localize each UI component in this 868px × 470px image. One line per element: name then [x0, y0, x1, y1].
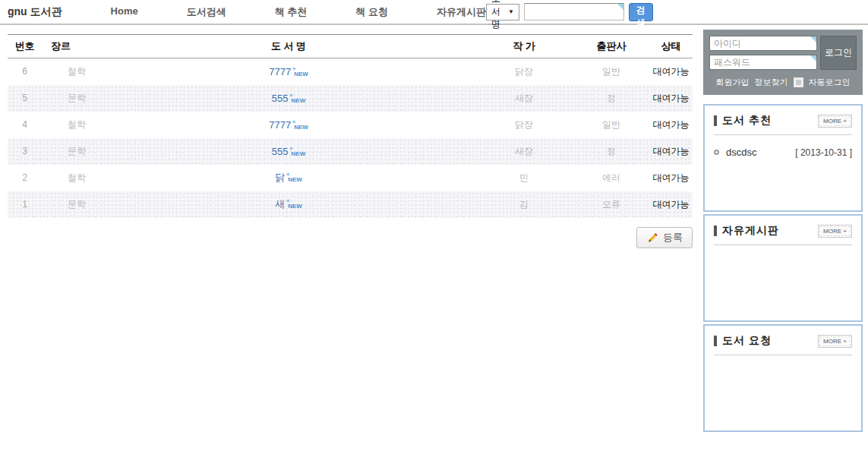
cell-status: 대여가능 [649, 165, 693, 191]
book-list-table: 번호 장르 도 서 명 작 가 출판사 상태 6 철학 7777NEW 닭장 일… [8, 34, 693, 218]
divider [714, 355, 852, 355]
cell-publisher: 일반 [573, 58, 649, 85]
book-title-link[interactable]: 555 [272, 146, 289, 157]
cell-publisher: 일반 [573, 112, 649, 138]
cell-genre: 문학 [42, 191, 103, 218]
sidebar: 로그인 회원가입 정보찾기 자동로그인 도서 추천 MORE + dscdsc … [703, 30, 863, 434]
cell-publisher: 오류 [573, 191, 649, 218]
book-title-link[interactable]: 7777 [269, 119, 291, 131]
nav-item-book-request[interactable]: 책 요청 [355, 5, 388, 19]
cell-status: 대여가능 [649, 191, 693, 218]
cell-no: 2 [8, 165, 42, 191]
cell-status: 대여가능 [649, 112, 693, 138]
title-bar-icon [714, 115, 717, 126]
cell-title: 555NEW [103, 138, 475, 165]
cell-title: 7777NEW [103, 58, 475, 85]
table-header-row: 번호 장르 도 서 명 작 가 출판사 상태 [8, 35, 693, 58]
register-button[interactable]: 등록 [636, 227, 693, 248]
free-board-box: 자유게시판 MORE + [703, 214, 863, 322]
title-bar-icon [714, 336, 717, 346]
cell-genre: 철학 [42, 112, 103, 138]
book-title-link[interactable]: 555 [272, 93, 289, 104]
page-body: 번호 장르 도 서 명 작 가 출판사 상태 6 철학 7777NEW 닭장 일… [0, 25, 868, 434]
cell-title: 닭NEW [103, 165, 475, 191]
cell-genre: 철학 [42, 58, 103, 85]
cell-no: 1 [8, 191, 42, 218]
main-content: 번호 장르 도 서 명 작 가 출판사 상태 6 철학 7777NEW 닭장 일… [8, 34, 693, 248]
cell-author: 새장 [475, 85, 573, 112]
new-icon: NEW [288, 203, 302, 210]
new-icon: NEW [292, 97, 306, 104]
cell-genre: 문학 [42, 85, 103, 112]
nav-search-area: 도서명 ▼ 검색 [486, 3, 653, 21]
auto-login-label: 자동로그인 [809, 77, 851, 88]
col-header-status: 상태 [649, 35, 693, 58]
nav-item-free-board[interactable]: 자유게시판 [437, 5, 486, 19]
nav-item-home[interactable]: Home [111, 5, 138, 19]
box-title-board: 자유게시판 [722, 224, 779, 238]
cell-author: 닭장 [475, 112, 573, 138]
recommend-item-link[interactable]: dscdsc [726, 147, 756, 158]
cell-author: 민 [475, 165, 573, 191]
login-button[interactable]: 로그인 [820, 36, 857, 70]
cell-no: 4 [8, 112, 42, 138]
divider [714, 134, 852, 135]
cell-no: 3 [8, 138, 42, 165]
login-id-wrap [709, 36, 817, 51]
more-button-recommend[interactable]: MORE + [818, 115, 852, 128]
table-row: 2 철학 닭NEW 민 에러 대여가능 [8, 165, 693, 191]
nav-item-book-recommend[interactable]: 책 추천 [275, 5, 308, 19]
new-icon: NEW [292, 150, 306, 157]
nav-menu: Home 도서검색 책 추천 책 요청 자유게시판 [62, 5, 486, 19]
table-row: 1 문학 새NEW 김 오류 대여가능 [8, 191, 693, 218]
col-header-publisher[interactable]: 출판사 [573, 35, 649, 58]
site-logo[interactable]: gnu 도서관 [8, 5, 62, 19]
cell-genre: 문학 [42, 138, 103, 165]
table-row: 3 문학 555NEW 새장 정 대여가능 [8, 138, 693, 165]
register-row: 등록 [8, 227, 693, 248]
cell-title: 555NEW [103, 85, 475, 112]
table-row: 6 철학 7777NEW 닭장 일반 대여가능 [8, 58, 693, 85]
login-links-row: 회원가입 정보찾기 자동로그인 [709, 77, 857, 88]
find-info-link[interactable]: 정보찾기 [755, 77, 788, 88]
book-recommend-box: 도서 추천 MORE + dscdsc [ 2013-10-31 ] [703, 104, 863, 212]
search-button[interactable]: 검색 [629, 3, 653, 21]
book-title-link[interactable]: 7777 [269, 66, 291, 77]
col-header-title: 도 서 명 [103, 35, 475, 58]
cell-author: 닭장 [475, 58, 573, 85]
cell-author: 새장 [475, 138, 573, 165]
login-password-field[interactable] [709, 55, 817, 70]
more-button-request[interactable]: MORE + [818, 335, 852, 348]
cell-status: 대여가능 [649, 138, 693, 165]
auto-login-checkbox[interactable] [794, 77, 803, 87]
book-title-link[interactable]: 닭 [275, 172, 285, 183]
login-id-field[interactable] [709, 36, 817, 51]
col-header-no: 번호 [8, 35, 42, 58]
pencil-icon [646, 232, 658, 243]
cell-status: 대여가능 [649, 85, 693, 112]
more-button-board[interactable]: MORE + [818, 225, 852, 238]
cell-no: 6 [8, 58, 42, 85]
new-icon: NEW [288, 176, 302, 183]
cell-title: 7777NEW [103, 112, 475, 138]
new-icon: NEW [294, 71, 308, 77]
search-input[interactable] [524, 3, 624, 21]
book-title-link[interactable]: 새 [275, 198, 285, 210]
chevron-down-icon: ▼ [508, 8, 514, 15]
top-navigation: gnu 도서관 Home 도서검색 책 추천 책 요청 자유게시판 도서명 ▼ … [0, 0, 868, 25]
cell-publisher: 정 [573, 138, 649, 165]
input-corner-decoration [810, 36, 816, 43]
col-header-genre: 장르 [42, 35, 103, 58]
col-header-author[interactable]: 작 가 [475, 35, 573, 58]
nav-item-book-search[interactable]: 도서검색 [187, 5, 226, 19]
new-icon: NEW [294, 124, 308, 131]
book-request-box: 도서 요청 MORE + [703, 324, 863, 432]
cell-no: 5 [8, 85, 42, 112]
title-bar-icon [714, 226, 717, 236]
search-input-wrap [524, 3, 624, 21]
signup-link[interactable]: 회원가입 [716, 77, 750, 88]
register-button-label: 등록 [663, 231, 683, 244]
cell-genre: 철학 [42, 165, 103, 191]
search-category-select[interactable]: 도서명 ▼ [486, 4, 519, 21]
login-pw-wrap [709, 55, 817, 70]
